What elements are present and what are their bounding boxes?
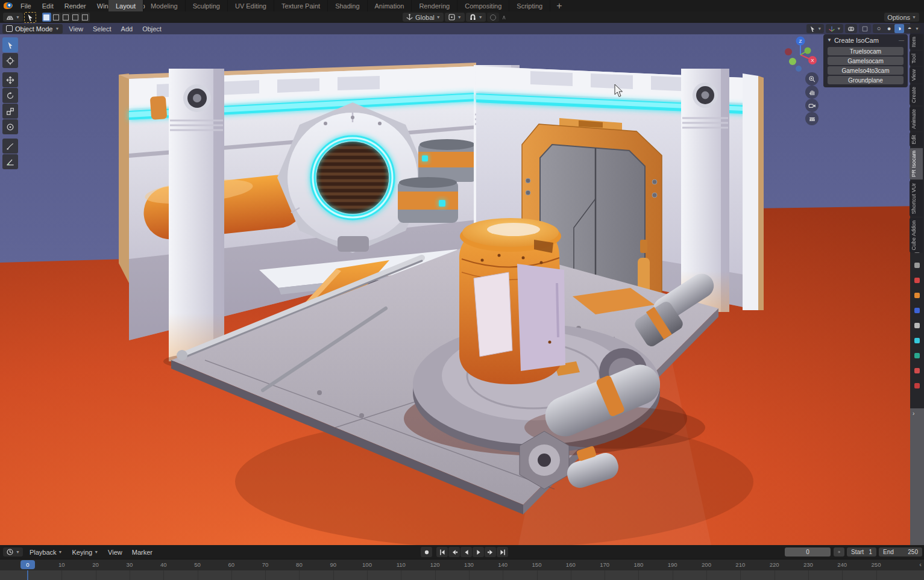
timeline-collapse-arrow[interactable]: ‹	[919, 561, 922, 568]
workspace-tab-layout[interactable]: Layout	[108, 0, 143, 11]
rotate-tool-button[interactable]	[2, 88, 18, 103]
panel-drag-icon[interactable]: —	[899, 37, 904, 43]
workspace-tab-sculpting[interactable]: Sculpting	[186, 0, 228, 11]
add-workspace-button[interactable]: +	[550, 0, 568, 11]
edge-app-icon[interactable]	[914, 338, 920, 343]
menu-render[interactable]: Render	[59, 2, 92, 10]
scene-left-pillar[interactable]	[163, 69, 230, 369]
workspace-tab-modeling[interactable]: Modeling	[143, 0, 186, 11]
viewport-menu-object[interactable]: Object	[137, 25, 166, 33]
sidebar-tab-tool[interactable]: Tool	[910, 51, 923, 66]
sidebar-tab-shortcut-vur[interactable]: Shortcut VUr	[910, 181, 923, 217]
timeline-menu-keying[interactable]: Keying▼	[68, 549, 103, 556]
timeline-menu-marker[interactable]: Marker	[128, 549, 157, 556]
timeline-menu-view[interactable]: View	[104, 549, 127, 556]
measure-tool-button[interactable]	[2, 154, 18, 169]
sidebar-tab-pr-isocam[interactable]: PR Isocam	[910, 148, 923, 179]
select-invert-icon[interactable]	[71, 13, 80, 22]
menu-file[interactable]: File	[15, 2, 37, 10]
sidebar-tab-animate[interactable]: Animate	[910, 107, 923, 131]
scale-tool-button[interactable]	[2, 104, 18, 119]
proportional-editing-toggle[interactable]	[487, 13, 499, 22]
zoom-button[interactable]	[805, 72, 819, 86]
select-set-icon[interactable]	[42, 13, 51, 22]
workspace-tab-rendering[interactable]: Rendering	[412, 0, 457, 11]
edge-app-icon[interactable]	[914, 278, 920, 283]
show-gizmo-icon[interactable]: ▼	[826, 24, 843, 33]
viewport-menu-add[interactable]: Add	[116, 25, 138, 33]
camera-view-button[interactable]	[805, 99, 819, 112]
editor-type-selector[interactable]: ▼	[3, 13, 23, 22]
workspace-tab-scripting[interactable]: Scripting	[509, 0, 550, 11]
blender-logo-icon[interactable]	[4, 2, 13, 9]
record-button[interactable]	[421, 547, 432, 557]
pivot-point-dropdown[interactable]: ▼	[445, 13, 465, 22]
box-select-tool-button[interactable]	[2, 37, 18, 52]
toggle-projection-button[interactable]	[805, 112, 819, 125]
playhead-frame-badge[interactable]: 0	[20, 560, 35, 569]
sidebar-tab-create[interactable]: Create	[910, 84, 923, 105]
previous-keyframe-button[interactable]	[448, 547, 460, 557]
play-reverse-button[interactable]	[460, 547, 472, 557]
viewport-menu-view[interactable]: View	[64, 25, 88, 33]
trueisocam-button[interactable]: TrueIsocam	[828, 47, 904, 55]
show-overlays-icon[interactable]	[845, 24, 857, 33]
viewport-menu-select[interactable]: Select	[88, 25, 116, 33]
jump-to-start-button[interactable]	[436, 547, 448, 557]
show-object-types-icon[interactable]: ▼	[806, 24, 824, 33]
edge-app-icon[interactable]	[914, 368, 920, 373]
menu-edit[interactable]: Edit	[37, 2, 59, 10]
sidebar-tab-cube-addon[interactable]: Cube Addon	[910, 218, 923, 253]
navigation-gizmo[interactable]: Z X	[784, 35, 821, 73]
toggle-xray-icon[interactable]	[859, 24, 871, 33]
shading-rendered-icon[interactable]: ◓	[905, 24, 914, 33]
cursor-tool-button[interactable]	[2, 53, 18, 68]
edge-app-icon[interactable]	[914, 308, 920, 313]
scene-portal-ring[interactable]	[277, 102, 428, 253]
proportional-falloff-dropdown[interactable]: ∧	[500, 14, 508, 20]
current-frame-field[interactable]: 0	[785, 547, 831, 557]
groundplane-button[interactable]: Groundplane	[828, 76, 904, 84]
select-intersect-icon[interactable]	[81, 13, 90, 22]
snapping-dropdown[interactable]: ▼	[466, 13, 486, 22]
edge-app-icon[interactable]	[914, 323, 920, 328]
shading-material-preview-icon[interactable]: ◑	[894, 24, 904, 33]
play-button[interactable]	[473, 547, 484, 557]
frame-end-field[interactable]: End 250	[879, 547, 922, 557]
workspace-tab-texture-paint[interactable]: Texture Paint	[274, 0, 328, 11]
workspace-tab-animation[interactable]: Animation	[368, 0, 412, 11]
shading-solid-icon[interactable]: ●	[884, 24, 894, 33]
select-extend-icon[interactable]	[52, 13, 61, 22]
edge-app-icon[interactable]	[914, 263, 920, 268]
frame-start-field[interactable]: Start 1	[847, 547, 876, 557]
annotate-tool-button[interactable]	[2, 139, 18, 154]
viewport-canvas[interactable]	[0, 0, 924, 580]
transform-tool-button[interactable]	[2, 119, 18, 134]
options-button[interactable]: Options▼	[884, 13, 919, 22]
edge-app-icon[interactable]	[914, 383, 920, 388]
sidebar-tab-view[interactable]: View	[910, 67, 923, 83]
transform-orientation-dropdown[interactable]: Global ▼	[403, 13, 444, 22]
shading-wireframe-icon[interactable]: ○	[874, 24, 884, 33]
mode-dropdown[interactable]: Object Mode ▼	[2, 24, 63, 34]
next-keyframe-button[interactable]	[485, 547, 496, 557]
edge-app-icon[interactable]	[914, 353, 920, 358]
timeline-ruler[interactable]: ‹ 01020304050607080901001101201301401501…	[0, 559, 924, 571]
panel-collapse-icon[interactable]: ▼	[827, 37, 832, 43]
workspace-tab-compositing[interactable]: Compositing	[457, 0, 509, 11]
sidebar-tab-item[interactable]: Item	[910, 34, 923, 50]
sidebar-tab-edit[interactable]: Edit	[910, 133, 923, 147]
gameiso4to3cam-button[interactable]: GameIso4to3cam	[828, 66, 904, 75]
pan-button[interactable]	[805, 86, 819, 99]
jump-to-end-button[interactable]	[497, 547, 508, 557]
move-tool-button[interactable]	[2, 72, 18, 87]
timeline-tracks[interactable]	[0, 570, 924, 580]
edge-collapsed-panel[interactable]: ›	[910, 408, 924, 545]
select-subtract-icon[interactable]	[61, 13, 71, 22]
timeline-editor-type-selector[interactable]: ▼	[3, 547, 23, 557]
timeline-menu-playback[interactable]: Playback▼	[25, 549, 67, 556]
gameisocam-button[interactable]: GameIsocam	[828, 57, 904, 65]
edge-app-icon[interactable]	[914, 293, 920, 298]
collapse-arrow-icon[interactable]: ›	[913, 410, 914, 417]
use-preview-range-button[interactable]	[834, 547, 844, 557]
